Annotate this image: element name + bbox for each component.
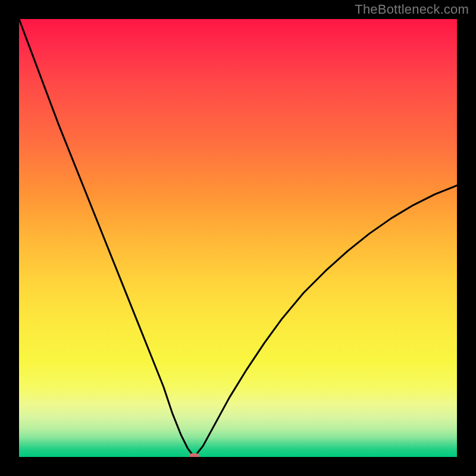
curve-layer: [19, 19, 457, 457]
curve-minimum-marker: [189, 453, 199, 457]
plot-area: [19, 19, 457, 457]
watermark-text: TheBottleneck.com: [355, 2, 469, 17]
bottleneck-curve: [19, 19, 457, 457]
chart-frame: TheBottleneck.com: [0, 0, 476, 476]
